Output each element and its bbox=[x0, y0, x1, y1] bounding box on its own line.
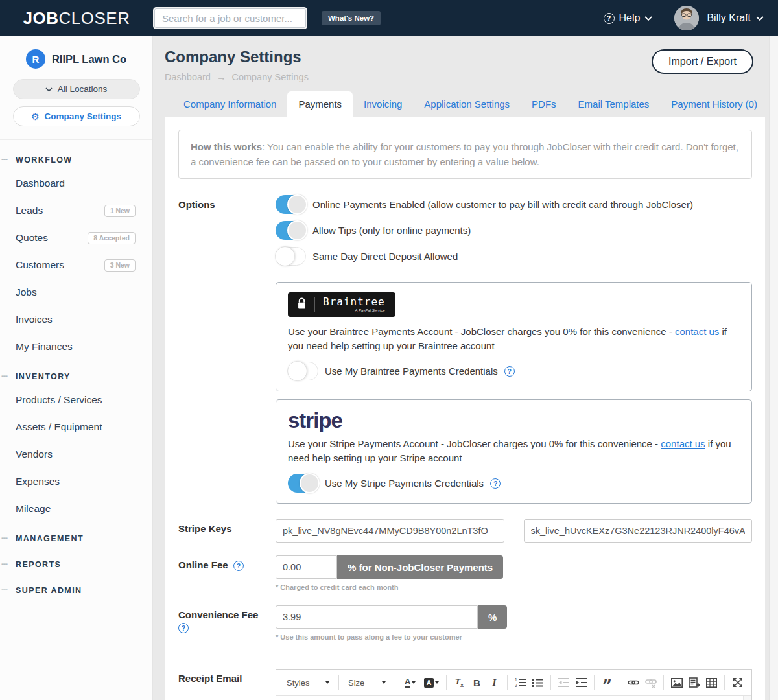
logo[interactable]: JOBCLOSER bbox=[0, 8, 153, 29]
sidebar-item-leads[interactable]: Leads 1 New bbox=[0, 197, 152, 224]
table-button[interactable] bbox=[703, 675, 720, 690]
sidebar-item-expenses[interactable]: Expenses bbox=[0, 468, 152, 495]
page-scrollbar[interactable] bbox=[769, 36, 778, 700]
tab-payments[interactable]: Payments bbox=[287, 91, 353, 117]
svg-text:2: 2 bbox=[515, 683, 517, 688]
block-quote-button[interactable]: ” bbox=[598, 675, 616, 690]
nav-section-super-admin[interactable]: --- SUPER ADMIN bbox=[0, 579, 152, 600]
image-button[interactable] bbox=[668, 675, 685, 690]
stripe-description: Use your Stripe Payments Account - JobCl… bbox=[288, 437, 740, 465]
toggle-knob bbox=[287, 194, 307, 215]
template-button[interactable] bbox=[685, 675, 703, 690]
sidebar-item-vendors[interactable]: Vendors bbox=[0, 441, 152, 468]
decrease-indent-button[interactable] bbox=[555, 675, 572, 690]
company-row[interactable]: R RIIPL Lawn Co bbox=[12, 49, 141, 69]
payments-panel: How this works: You can enable the abili… bbox=[165, 117, 765, 700]
dashes-icon: --- bbox=[1, 559, 7, 568]
sidebar: R RIIPL Lawn Co All Locations ⚙ Company … bbox=[0, 36, 153, 700]
nav-section-inventory[interactable]: --- INVENTORY bbox=[0, 366, 152, 386]
tab-payment-history[interactable]: Payment History (0) bbox=[660, 91, 768, 117]
breadcrumb-dashboard[interactable]: Dashboard bbox=[165, 72, 211, 82]
braintree-wordmark: Braintree bbox=[323, 297, 385, 307]
stripe-secret-key-input[interactable] bbox=[524, 519, 753, 542]
user-avatar[interactable] bbox=[674, 6, 699, 30]
options-toggles: Online Payments Enabled (allow customer … bbox=[276, 195, 752, 273]
help-label: Help bbox=[619, 12, 641, 24]
sidebar-item-customers[interactable]: Customers 3 New bbox=[0, 251, 152, 279]
stripe-row: stripe Use your Stripe Payments Account … bbox=[178, 399, 752, 511]
sidebar-item-assets-equipment[interactable]: Assets / Equipment bbox=[0, 414, 152, 441]
receipt-email-row: Receipt Email Styles Size bbox=[178, 669, 752, 700]
rte-content-area[interactable]: Hi {customer-name}, bbox=[276, 696, 751, 700]
text-color-button[interactable]: A bbox=[399, 675, 421, 690]
sidebar-item-products-services[interactable]: Products / Services bbox=[0, 386, 152, 414]
increase-indent-button[interactable] bbox=[572, 675, 590, 690]
tab-company-information[interactable]: Company Information bbox=[172, 91, 287, 117]
company-settings-button[interactable]: ⚙ Company Settings bbox=[13, 106, 140, 126]
bulleted-list-button[interactable] bbox=[529, 675, 547, 690]
sidebar-item-quotes[interactable]: Quotes 8 Accepted bbox=[0, 224, 152, 251]
sidebar-item-dashboard[interactable]: Dashboard bbox=[0, 170, 152, 197]
allow-tips-toggle[interactable] bbox=[276, 221, 306, 240]
lock-icon bbox=[297, 298, 307, 312]
dashes-icon: --- bbox=[1, 533, 7, 542]
help-menu[interactable]: ? Help bbox=[604, 12, 653, 24]
background-color-button[interactable]: A bbox=[421, 675, 442, 690]
tab-email-templates[interactable]: Email Templates bbox=[567, 91, 661, 117]
info-text: : You can enable the ability for your cu… bbox=[191, 141, 738, 167]
convenience-fee-input[interactable] bbox=[276, 605, 478, 629]
online-payments-toggle[interactable] bbox=[276, 195, 306, 214]
same-day-deposit-toggle[interactable] bbox=[276, 247, 306, 266]
numbered-list-button[interactable]: 12 bbox=[512, 675, 529, 690]
tab-application-settings[interactable]: Application Settings bbox=[413, 91, 521, 117]
all-locations-dropdown[interactable]: All Locations bbox=[13, 79, 140, 99]
background-color-icon: A bbox=[424, 678, 434, 688]
online-fee-control: % for Non-JobCloser Payments * Charged t… bbox=[276, 555, 752, 591]
remove-format-button[interactable]: Tx bbox=[451, 675, 468, 690]
stripe-contact-us-link[interactable]: contact us bbox=[661, 438, 705, 449]
sidebar-company-block: R RIIPL Lawn Co All Locations ⚙ Company … bbox=[0, 36, 152, 140]
sidebar-item-invoices[interactable]: Invoices bbox=[0, 306, 152, 333]
italic-button[interactable]: I bbox=[486, 675, 503, 690]
braintree-contact-us-link[interactable]: contact us bbox=[675, 326, 719, 337]
import-export-button[interactable]: Import / Export bbox=[652, 49, 753, 74]
user-name: Billy Kraft bbox=[707, 12, 751, 24]
sidebar-item-mileage[interactable]: Mileage bbox=[0, 495, 152, 522]
toolbar-separator bbox=[550, 675, 551, 690]
stripe-credentials-toggle[interactable] bbox=[288, 474, 318, 493]
logo-bold: JOB bbox=[23, 8, 59, 28]
styles-dropdown[interactable]: Styles bbox=[281, 675, 335, 690]
link-button[interactable] bbox=[624, 675, 642, 690]
braintree-box: Braintree A PayPal Service Use your Brai… bbox=[276, 282, 752, 391]
maximize-button[interactable] bbox=[729, 675, 746, 690]
nav-section-reports[interactable]: --- REPORTS bbox=[0, 554, 152, 574]
braintree-help-icon[interactable]: ? bbox=[504, 366, 515, 377]
size-dropdown[interactable]: Size bbox=[343, 675, 391, 690]
caret-down-icon bbox=[325, 681, 329, 684]
tab-invoicing[interactable]: Invoicing bbox=[353, 91, 413, 117]
stripe-publishable-key-input[interactable] bbox=[276, 519, 504, 542]
braintree-row-label bbox=[178, 282, 276, 286]
stripe-toggle-row: Use My Stripe Payments Credentials ? bbox=[288, 474, 740, 493]
stripe-help-icon[interactable]: ? bbox=[490, 478, 501, 489]
whats-new-button[interactable]: What's New? bbox=[322, 11, 381, 25]
search-input[interactable] bbox=[153, 7, 307, 29]
tab-pdfs[interactable]: PDFs bbox=[521, 91, 567, 117]
online-fee-input[interactable] bbox=[276, 555, 337, 579]
rte-scrollbar[interactable]: ▲ bbox=[743, 696, 751, 700]
convenience-fee-help-icon[interactable]: ? bbox=[178, 623, 189, 633]
user-menu[interactable]: Billy Kraft bbox=[707, 12, 764, 24]
online-fee-help-icon[interactable]: ? bbox=[233, 561, 244, 571]
bold-button[interactable]: B bbox=[468, 675, 486, 690]
unlink-button[interactable] bbox=[642, 675, 659, 690]
scroll-up-arrow-icon[interactable]: ▲ bbox=[744, 696, 751, 700]
toolbar-separator bbox=[395, 675, 395, 690]
chevron-down-icon bbox=[644, 12, 652, 24]
braintree-paypal-subtext: A PayPal Service bbox=[355, 309, 385, 312]
nav-section-workflow[interactable]: --- WORKFLOW bbox=[0, 149, 152, 170]
increase-indent-icon bbox=[576, 677, 587, 688]
nav-section-management[interactable]: --- MANAGEMENT bbox=[0, 528, 152, 548]
sidebar-item-my-finances[interactable]: My Finances bbox=[0, 333, 152, 360]
braintree-credentials-toggle[interactable] bbox=[288, 362, 318, 380]
sidebar-item-jobs[interactable]: Jobs bbox=[0, 279, 152, 306]
